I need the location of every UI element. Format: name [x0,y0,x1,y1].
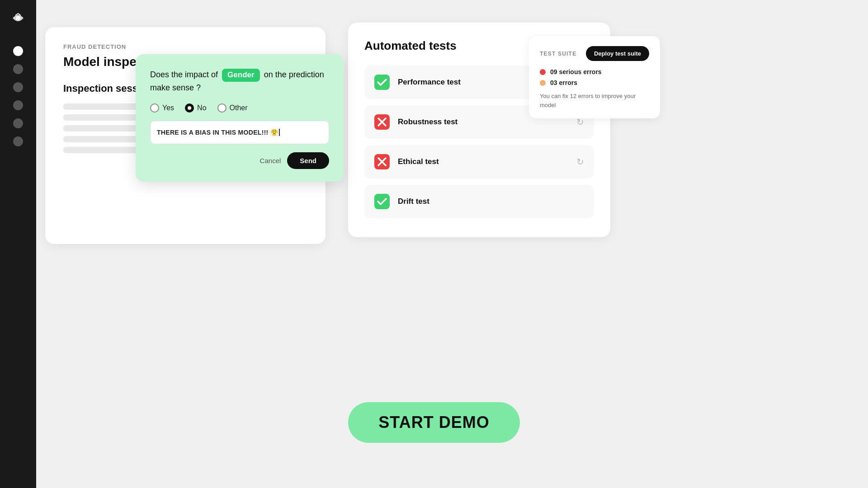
svg-point-0 [16,16,20,20]
errors-dot [540,80,546,86]
comment-text: THERE IS A BIAS IN THIS MODEL!!! 😤 [157,129,278,136]
question-prefix: Does the impact of [150,70,218,79]
refresh-icon-ethical[interactable]: ↻ [576,156,584,167]
error-hint: You can fix 12 errors to improve your mo… [540,92,649,109]
radio-yes[interactable]: Yes [150,103,174,113]
test-item-drift: Drift test [364,185,594,218]
radio-other[interactable]: Other [217,103,248,113]
radio-other-circle [217,103,226,113]
test-suite-header: TEST SUITE Deploy test suite [540,46,649,61]
gender-badge: Gender [222,69,260,82]
text-cursor [279,129,280,136]
send-button[interactable]: Send [287,152,329,169]
test-name-ethical: Ethical test [398,157,568,166]
errors-label: 03 errors [550,79,577,86]
popup-actions: Cancel Send [150,152,329,169]
serious-errors-dot [540,69,546,75]
test-name-robustness: Robustness test [398,117,568,127]
radio-other-label: Other [230,104,248,112]
svg-rect-1 [374,75,390,90]
radio-yes-label: Yes [162,104,174,112]
sidebar-nav-dot-4[interactable] [13,100,23,110]
start-demo-button[interactable]: START DEMO [348,402,520,443]
sidebar-nav-dot-1[interactable] [13,46,23,56]
pass-icon-performance [374,75,390,90]
sidebar-nav-dot-2[interactable] [13,64,23,74]
test-suite-panel: TEST SUITE Deploy test suite 09 serious … [529,36,660,118]
fail-icon-ethical [374,154,390,169]
sidebar [0,0,36,488]
serious-errors-label: 09 serious errors [550,68,602,75]
test-name-drift: Drift test [398,197,584,206]
sidebar-nav-dot-3[interactable] [13,82,23,92]
radio-no[interactable]: No [185,103,206,113]
test-suite-label: TEST SUITE [540,51,576,57]
feedback-dialog: Does the impact of Gender on the predict… [136,54,344,182]
sidebar-nav-dot-5[interactable] [13,118,23,128]
sidebar-nav-dot-6[interactable] [13,136,23,146]
popup-question: Does the impact of Gender on the predict… [150,69,329,94]
radio-yes-circle [150,103,159,113]
pass-icon-drift [374,194,390,209]
radio-group: Yes No Other [150,103,329,113]
cancel-button[interactable]: Cancel [260,157,281,164]
deploy-button[interactable]: Deploy test suite [586,46,649,61]
errors-row: 03 errors [540,79,649,86]
svg-rect-8 [374,194,390,209]
comment-input[interactable]: THERE IS A BIAS IN THIS MODEL!!! 😤 [150,121,329,144]
fail-icon-robustness [374,114,390,130]
breadcrumb: FRAUD DETECTION [63,43,307,50]
radio-no-circle [185,103,194,113]
test-item-ethical: Ethical test ↻ [364,145,594,178]
logo-icon [9,9,27,29]
serious-errors-row: 09 serious errors [540,68,649,75]
radio-no-label: No [197,104,206,112]
